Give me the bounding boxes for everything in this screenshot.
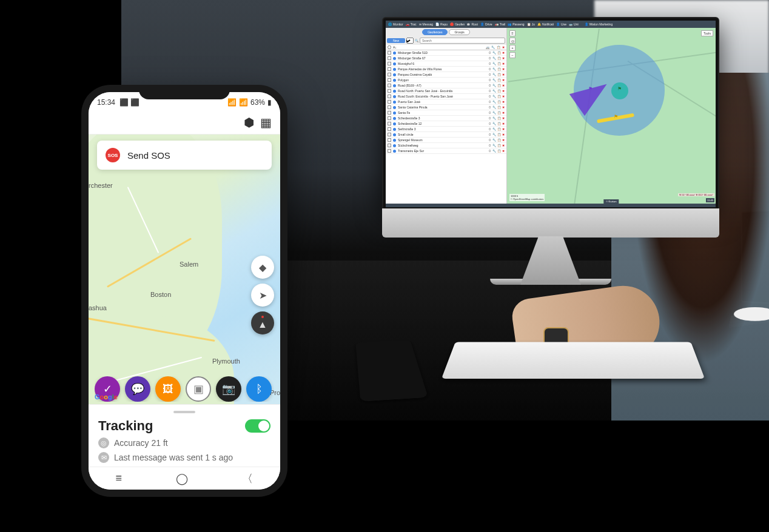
row-copy-icon[interactable]: 📋 — [497, 89, 501, 93]
row-copy-icon[interactable]: 📋 — [497, 95, 501, 98]
top-nav-item[interactable]: ✉Messag — [419, 22, 434, 26]
row-delete-icon[interactable]: ✖ — [502, 127, 505, 131]
row-copy-icon[interactable]: 📋 — [497, 105, 501, 109]
geofence-row[interactable]: Misburger Straße 670🔧📋✖ — [386, 56, 506, 61]
row-checkbox[interactable] — [388, 84, 391, 87]
row-checkbox[interactable] — [388, 144, 391, 147]
row-checkbox[interactable] — [388, 105, 391, 109]
camera-button[interactable]: 📷 — [216, 376, 241, 402]
row-delete-icon[interactable]: ✖ — [502, 84, 505, 87]
row-delete-icon[interactable]: ✖ — [502, 67, 505, 71]
new-type-select[interactable] — [406, 38, 414, 44]
row-delete-icon[interactable]: ✖ — [502, 149, 505, 153]
row-delete-icon[interactable]: ✖ — [502, 51, 505, 55]
tracking-sheet[interactable]: Tracking ◎ Accuracy 21 ft ✉ Last message… — [89, 404, 280, 467]
row-copy-icon[interactable]: 📋 — [497, 56, 501, 60]
top-nav-item[interactable]: 👤Drive — [480, 22, 492, 26]
flag-marker-yellow[interactable]: ⚑ — [614, 114, 618, 119]
home-button[interactable]: ◯ — [176, 472, 188, 485]
geofence-row[interactable]: Südschnellweg0🔧📋✖ — [386, 143, 506, 148]
bluetooth-button[interactable]: ᛒ — [246, 376, 272, 402]
row-copy-icon[interactable]: 📋 — [497, 144, 501, 147]
geofence-row[interactable]: Small circle0🔧📋✖ — [386, 132, 506, 138]
zoom-in-button[interactable]: + — [509, 45, 515, 51]
row-checkbox[interactable] — [388, 73, 391, 76]
tab-groups[interactable]: Groups — [449, 29, 469, 35]
top-nav-item[interactable]: 🚛Trail — [495, 22, 506, 26]
row-edit-icon[interactable]: 🔧 — [492, 73, 496, 76]
row-copy-icon[interactable]: 📋 — [497, 78, 501, 82]
geofence-row[interactable]: Road (B169 - A7)0🔧📋✖ — [386, 83, 506, 88]
row-edit-icon[interactable]: 🔧 — [492, 149, 496, 153]
row-copy-icon[interactable]: 📋 — [497, 67, 501, 71]
tab-geofences[interactable]: Geofences — [422, 29, 448, 35]
row-delete-icon[interactable]: ✖ — [502, 73, 505, 76]
top-nav-item[interactable]: 👥Passeng — [508, 22, 524, 26]
row-edit-icon[interactable]: 🔧 — [492, 122, 496, 125]
geofence-row[interactable]: Road South: Escuintla - Puerto San José0… — [386, 94, 506, 99]
row-edit-icon[interactable]: 🔧 — [492, 62, 496, 65]
top-nav-item[interactable]: 📄Repo — [435, 22, 448, 26]
row-checkbox[interactable] — [388, 127, 391, 131]
row-edit-icon[interactable]: 🔧 — [492, 100, 496, 104]
row-copy-icon[interactable]: 📋 — [497, 111, 501, 115]
row-delete-icon[interactable]: ✖ — [502, 95, 505, 98]
zoom-out-button[interactable]: − — [509, 52, 515, 58]
row-edit-icon[interactable]: 🔧 — [492, 78, 496, 82]
row-delete-icon[interactable]: ✖ — [502, 100, 505, 104]
row-edit-icon[interactable]: 🔧 — [492, 127, 496, 131]
row-delete-icon[interactable]: ✖ — [502, 133, 505, 136]
row-copy-icon[interactable]: 📋 — [497, 100, 501, 104]
row-edit-icon[interactable]: 🔧 — [492, 51, 496, 55]
geofence-row[interactable]: Puerto San José0🔧📋✖ — [386, 99, 506, 105]
row-copy-icon[interactable]: 📋 — [497, 122, 501, 125]
row-copy-icon[interactable]: 📋 — [497, 84, 501, 87]
compass-button[interactable]: ▲ — [251, 311, 274, 334]
search-input[interactable] — [420, 38, 505, 44]
scan-button[interactable]: ▣ — [186, 376, 211, 402]
geofence-row[interactable]: Seifzstraße 30🔧📋✖ — [386, 127, 506, 132]
geofence-row[interactable]: Sprengel Museum0🔧📋✖ — [386, 138, 506, 143]
recents-button[interactable]: ≡ — [116, 472, 123, 485]
row-checkbox[interactable] — [388, 78, 391, 82]
map-target-button[interactable]: ◎ — [509, 38, 515, 44]
geofence-row[interactable]: Misburger Straße 51D0🔧📋✖ — [386, 50, 506, 56]
top-nav-item[interactable]: 🚗Trac — [406, 22, 417, 26]
geofence-row[interactable]: Transmetro Eje Sur0🔧📋✖ — [386, 148, 506, 154]
row-copy-icon[interactable]: 📋 — [497, 62, 501, 65]
top-nav-item[interactable]: 📋Jo — [527, 22, 535, 26]
geofence-row[interactable]: Santa Fe0🔧📋✖ — [386, 110, 506, 116]
row-delete-icon[interactable]: ✖ — [502, 122, 505, 125]
map-layers-button[interactable]: ≡ — [509, 30, 515, 36]
row-copy-icon[interactable]: 📋 — [497, 138, 501, 142]
row-delete-icon[interactable]: ✖ — [502, 62, 505, 65]
row-copy-icon[interactable]: 📋 — [497, 133, 501, 136]
row-checkbox[interactable] — [388, 56, 391, 60]
row-checkbox[interactable] — [388, 116, 391, 120]
geofence-row[interactable]: Polygon0🔧📋✖ — [386, 78, 506, 83]
row-copy-icon[interactable]: 📋 — [497, 73, 501, 76]
row-checkbox[interactable] — [388, 62, 391, 65]
geofence-row[interactable]: Scheidestraße 30🔧📋✖ — [386, 116, 506, 121]
row-edit-icon[interactable]: 🔧 — [492, 67, 496, 71]
geofence-row[interactable]: Santa Catarina Pinula0🔧📋✖ — [386, 105, 506, 110]
locate-button[interactable]: ➤ — [251, 284, 274, 307]
row-edit-icon[interactable]: 🔧 — [492, 144, 496, 147]
settings-icon[interactable]: ⬢ — [244, 115, 254, 130]
row-delete-icon[interactable]: ✖ — [502, 111, 505, 115]
row-checkbox[interactable] — [388, 122, 391, 125]
row-edit-icon[interactable]: 🔧 — [492, 105, 496, 109]
row-delete-icon[interactable]: ✖ — [502, 105, 505, 109]
row-edit-icon[interactable]: 🔧 — [492, 133, 496, 136]
select-all-checkbox[interactable] — [388, 45, 391, 49]
top-nav-item[interactable]: 🚌Uni — [569, 22, 579, 26]
geofence-row[interactable]: Scheidestraße 120🔧📋✖ — [386, 121, 506, 127]
sheet-drag-handle[interactable] — [173, 411, 195, 413]
row-copy-icon[interactable]: 📋 — [497, 116, 501, 120]
row-delete-icon[interactable]: ✖ — [502, 78, 505, 82]
row-edit-icon[interactable]: 🔧 — [492, 56, 496, 60]
row-edit-icon[interactable]: 🔧 — [492, 95, 496, 98]
top-nav-item[interactable]: 🛣Rout — [467, 22, 478, 26]
image-button[interactable]: 🖼 — [155, 376, 181, 402]
top-nav-item[interactable]: 🛑Geofen — [450, 22, 465, 26]
